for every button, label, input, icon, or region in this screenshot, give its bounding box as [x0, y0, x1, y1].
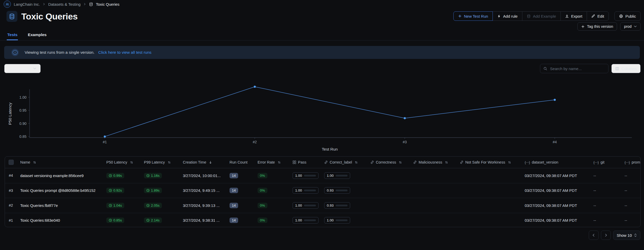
error-rate-cell: 0%	[258, 188, 293, 193]
column-header-dataset-version: {⋯}dataset_version	[525, 160, 593, 164]
tab-tests[interactable]: Tests	[7, 31, 18, 40]
add-rule-button[interactable]: Add rule	[493, 11, 522, 21]
run-name[interactable]: Toxic Queries:fb8f77e	[20, 203, 106, 208]
p50-latency-cell: 0.85s	[106, 218, 144, 223]
score-bar	[336, 175, 348, 177]
latency-chart: 0.850.900.951.00#1#2#3#4P50 LatencyTest …	[0, 83, 644, 154]
table-row[interactable]: #4dataset versioning example:856cee90.99…	[5, 168, 640, 183]
column-label: Name	[20, 160, 30, 164]
actions-toolbar: New Test Run Add rule Add Example Export…	[453, 11, 641, 21]
grid-icon	[293, 160, 296, 164]
column-header-not-safe-for-workiness[interactable]: Not Safe For Workiness	[460, 160, 525, 164]
page-header: Toxic Queries	[6, 11, 78, 22]
column-label: Correctness	[376, 160, 396, 164]
prompt-metadata: --	[625, 188, 641, 193]
public-button[interactable]: Public	[614, 11, 641, 21]
error-rate-badge: 0%	[258, 173, 267, 178]
git-metadata: --	[593, 218, 625, 222]
chart-point[interactable]	[554, 99, 556, 101]
database-icon	[527, 14, 531, 18]
add-example-button[interactable]: Add Example	[522, 11, 561, 21]
columns-button[interactable]: Columns	[611, 64, 641, 73]
chart-point[interactable]	[404, 117, 406, 119]
run-name[interactable]: Toxic Queries:683e040	[20, 218, 106, 222]
run-count-cell: 14	[230, 173, 258, 178]
latency-badge: 1.89s	[144, 188, 162, 193]
run-name[interactable]: dataset versioning example:856cee9	[20, 173, 106, 178]
latency-badge: 1.16s	[144, 173, 162, 178]
breadcrumb-current: Toxic Queries	[96, 2, 120, 6]
edit-button[interactable]: Edit	[587, 11, 609, 21]
column-label: P50 Latency	[106, 160, 127, 164]
run-name[interactable]: Toxic Queries prompt @8d80588e:b495152	[20, 188, 106, 193]
export-button[interactable]: Export	[560, 11, 587, 21]
sort-icon[interactable]	[278, 161, 281, 164]
metric-selector-dropdown[interactable]: P50 Latency	[4, 64, 41, 73]
score-bar	[336, 190, 348, 191]
link-icon	[413, 160, 417, 164]
dataset-version: 03/27/2024, 09:38:07 AM PDT	[525, 188, 593, 193]
sort-desc-icon[interactable]	[209, 161, 212, 164]
error-rate-cell: 0%	[258, 218, 293, 223]
score-bar	[336, 205, 348, 206]
clock-icon	[146, 219, 150, 222]
globe-icon	[619, 14, 623, 18]
chart-point[interactable]	[254, 86, 256, 88]
sort-icon[interactable]	[445, 161, 448, 164]
error-rate-badge: 0%	[258, 188, 267, 193]
breadcrumb-org[interactable]: LangChain Inc.	[14, 2, 40, 6]
git-metadata: --	[593, 188, 625, 193]
org-avatar[interactable]	[4, 1, 11, 8]
select-all-checkbox[interactable]	[9, 160, 14, 165]
sort-icon[interactable]	[33, 161, 36, 164]
search-input[interactable]	[550, 66, 606, 71]
breadcrumb-section[interactable]: Datasets & Testing	[48, 2, 81, 6]
chart-point[interactable]	[104, 136, 106, 138]
sort-icon[interactable]	[355, 161, 358, 164]
lightning-icon	[497, 14, 501, 18]
table-row[interactable]: #1Toxic Queries:683e0400.85s2.14s3/27/20…	[5, 213, 640, 227]
page-size-selector[interactable]: Show 10	[613, 231, 640, 240]
braces-icon: {⋯}	[525, 160, 530, 164]
table-controls: Columns	[540, 64, 641, 73]
header-cell-select	[5, 160, 20, 165]
column-label: dataset_version	[532, 160, 558, 164]
next-page-button[interactable]	[601, 231, 611, 240]
x-tick-label: #4	[553, 140, 557, 144]
prompt-metadata: --	[625, 203, 641, 208]
search-icon	[543, 66, 547, 71]
table-row[interactable]: #2Toxic Queries:fb8f77e1.04s2.05s3/27/20…	[5, 198, 640, 213]
column-header-creation-time[interactable]: Creation Time	[183, 160, 230, 164]
latency-badge: 0.99s	[106, 173, 124, 178]
tag-version-button[interactable]: Tag this version	[577, 22, 617, 31]
correct-label-score: 0.93	[324, 187, 350, 194]
sort-icon[interactable]	[130, 161, 133, 164]
banner-view-all-link[interactable]: Click here to view all test runs	[98, 50, 151, 55]
previous-page-button[interactable]	[589, 231, 599, 240]
column-header-error-rate[interactable]: Error Rate	[258, 160, 293, 164]
table-row[interactable]: #3Toxic Queries prompt @8d80588e:b495152…	[5, 183, 640, 198]
column-header-maliciousness[interactable]: Maliciousness	[413, 160, 460, 164]
score-bar	[304, 219, 316, 221]
column-header-p99-latency[interactable]: P99 Latency	[144, 160, 183, 164]
braces-icon: {⋯}	[593, 160, 599, 164]
column-header-correctness[interactable]: Correctness	[370, 160, 413, 164]
column-header-p50-latency[interactable]: P50 Latency	[106, 160, 144, 164]
sort-icon[interactable]	[508, 161, 511, 164]
sort-icon[interactable]	[168, 161, 171, 164]
braces-icon: {⋯}	[625, 160, 630, 164]
version-tag-dropdown[interactable]: prod	[620, 22, 641, 31]
columns-icon	[615, 67, 619, 71]
column-header-correct-label[interactable]: Correct_label	[324, 160, 370, 164]
prompt-metadata: --	[625, 173, 641, 178]
button-group: New Test Run Add rule Add Example Export…	[453, 11, 609, 21]
sort-icon[interactable]	[399, 161, 402, 164]
pass-score: 1.00	[293, 187, 318, 194]
latency-badge: 2.14s	[144, 218, 162, 223]
tab-examples[interactable]: Examples	[27, 31, 47, 40]
column-header-name[interactable]: Name	[20, 160, 106, 164]
x-tick-label: #2	[253, 140, 257, 144]
pass-score: 1.00	[293, 217, 318, 224]
plus-icon	[581, 25, 585, 28]
new-test-run-button[interactable]: New Test Run	[453, 11, 493, 21]
